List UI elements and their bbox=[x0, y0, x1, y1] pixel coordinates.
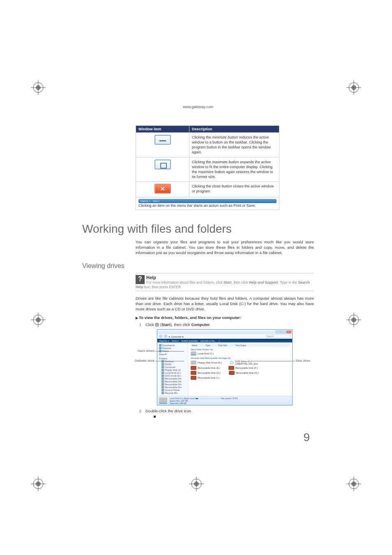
drives-paragraph: Drives are like file cabinets because th… bbox=[136, 296, 314, 312]
callout-disc-drive: Disc drive bbox=[296, 359, 310, 363]
page-body: www.gateway.com Window item Description … bbox=[82, 105, 314, 420]
registration-mark-br bbox=[346, 476, 361, 491]
menubar-graphic: Organize ▾ Views ▾ bbox=[138, 199, 277, 203]
callout-hard-drives: Hard drives bbox=[126, 349, 154, 353]
hdd-icon bbox=[159, 398, 167, 404]
minimize-desc: Clicking the minimize button reduces the… bbox=[189, 133, 279, 157]
explorer-titlebar bbox=[157, 330, 292, 334]
floppy-drive-icon bbox=[191, 361, 196, 365]
floppy-icon bbox=[161, 369, 164, 371]
col-window-item: Window item bbox=[136, 126, 189, 133]
maximize-icon bbox=[281, 331, 286, 333]
desktop-icon bbox=[161, 360, 164, 363]
explorer-main: NameTypeTotal SizeFree Space Hard Disk D… bbox=[188, 342, 292, 396]
registration-mark-tr bbox=[346, 80, 361, 95]
step-1: 1 Click (Start), then click Computer. bbox=[136, 322, 314, 327]
explorer-screenshot: Hard drives Diskette drive Disc drive ▸ … bbox=[127, 329, 312, 405]
removable-drive-icon bbox=[191, 371, 196, 375]
close-button-graphic bbox=[154, 184, 171, 194]
step-number: 1 bbox=[136, 322, 141, 327]
procedure-title: ▶To view the drives, folders, and files … bbox=[136, 315, 314, 320]
removable-drive-icon bbox=[191, 376, 196, 380]
registration-mark-tl bbox=[31, 80, 46, 95]
close-icon bbox=[286, 331, 291, 333]
removable-drive-icon bbox=[228, 366, 234, 370]
col-description: Description bbox=[189, 126, 279, 133]
hdd-drive-icon bbox=[191, 352, 196, 356]
menubar-desc: Organize ▾ Views ▾ Clicking an item on t… bbox=[136, 197, 279, 210]
callout-diskette-drive: Diskette drive bbox=[126, 359, 154, 363]
end-of-procedure-icon bbox=[154, 416, 156, 418]
intro-paragraph: You can organize your files and programs… bbox=[136, 240, 314, 255]
control-panel-icon bbox=[161, 389, 164, 391]
search-box: Search bbox=[266, 335, 291, 338]
registration-mark-bc bbox=[189, 476, 204, 491]
start-orb-icon bbox=[155, 323, 159, 327]
help-title: Help bbox=[136, 275, 314, 280]
window-items-table: Window item Description Clicking the min… bbox=[136, 125, 279, 210]
step-number: 2 bbox=[136, 409, 141, 413]
forward-icon bbox=[164, 335, 167, 338]
cd-icon bbox=[161, 375, 164, 377]
explorer-toolbar: Organize ▾ Views ▾ System properties Uni… bbox=[157, 339, 292, 342]
header-url: www.gateway.com bbox=[82, 105, 314, 109]
registration-mark-bl bbox=[31, 476, 46, 491]
explorer-window: ▸ Computer ▸ Search Organize ▾ Views ▾ S… bbox=[157, 329, 293, 405]
removable-drive-icon bbox=[229, 371, 235, 375]
removable-drive-icon bbox=[191, 366, 196, 370]
maximize-desc: Clicking the maximize button expands the… bbox=[189, 157, 279, 182]
page-number: 9 bbox=[303, 431, 310, 444]
explorer-sidebar: Documents Pictures Music More ▾ Folders … bbox=[157, 342, 188, 396]
heading-viewing-drives: Viewing drives bbox=[82, 262, 314, 270]
dvd-drive-icon bbox=[230, 361, 234, 365]
maximize-button-graphic bbox=[154, 160, 171, 169]
explorer-address-bar: ▸ Computer ▸ Search bbox=[157, 334, 292, 339]
usb-icon bbox=[161, 377, 164, 380]
hdd-icon bbox=[161, 372, 164, 374]
usb-icon bbox=[161, 383, 164, 386]
usb-icon bbox=[161, 386, 164, 388]
help-callout: ? Help For more information about files … bbox=[136, 273, 314, 291]
minimize-button-graphic bbox=[154, 135, 171, 145]
registration-mark-mr bbox=[346, 312, 361, 327]
usb-icon bbox=[161, 380, 164, 383]
recycle-bin-icon bbox=[161, 392, 164, 394]
explorer-details-pane: Local Disk (C:) Space used: File system:… bbox=[157, 396, 292, 405]
registration-mark-ml bbox=[31, 312, 46, 327]
step-2: 2 Double-click the drive icon. bbox=[136, 409, 314, 413]
help-icon: ? bbox=[136, 275, 145, 284]
help-text: For more information about files and fol… bbox=[136, 280, 314, 289]
folder-icon bbox=[161, 363, 164, 365]
folder-icon bbox=[159, 344, 161, 347]
minimize-icon bbox=[276, 331, 281, 333]
close-desc: Clicking the close button closes the act… bbox=[189, 182, 279, 197]
heading-working-with-files: Working with files and folders bbox=[82, 222, 314, 236]
folder-icon bbox=[159, 347, 161, 349]
back-icon bbox=[159, 335, 162, 338]
computer-icon bbox=[161, 366, 164, 368]
